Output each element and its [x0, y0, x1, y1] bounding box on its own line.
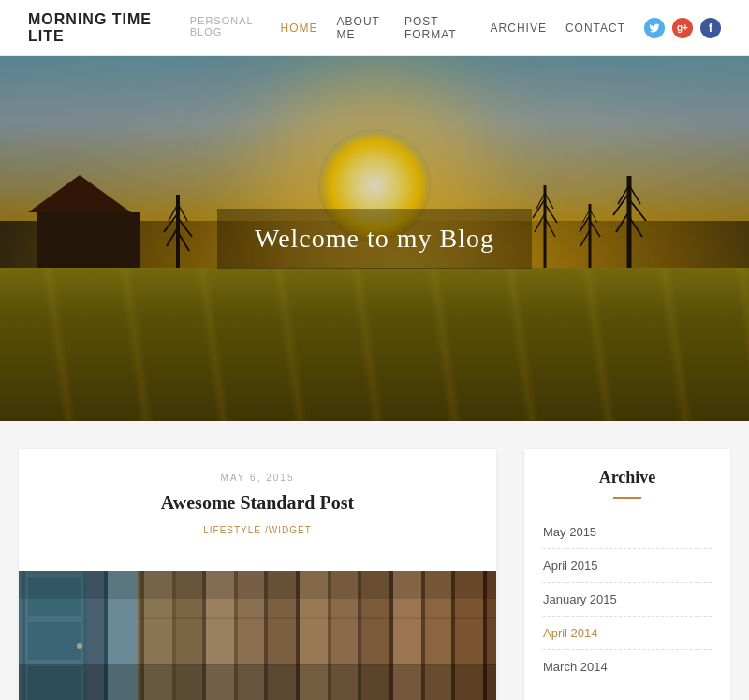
- archive-item[interactable]: April 2014: [543, 617, 712, 650]
- archive-link-may2015[interactable]: May 2015: [543, 525, 596, 539]
- post-date: MAY 6, 2015: [37, 473, 477, 483]
- archive-title: Archive: [543, 468, 712, 488]
- archive-item[interactable]: May 2015: [543, 516, 712, 549]
- archive-link-jan2015[interactable]: January 2015: [543, 592, 617, 606]
- main-content: MAY 6, 2015 Awesome Standard Post LIFEST…: [0, 421, 749, 700]
- svg-rect-66: [19, 571, 496, 599]
- site-tagline: PERSONAL BLOG: [190, 15, 281, 37]
- archive-item[interactable]: April 2015: [543, 549, 712, 583]
- post-title[interactable]: Awesome Standard Post: [37, 492, 477, 514]
- post-tag-lifestyle[interactable]: LIFESTYLE: [203, 525, 261, 535]
- main-nav: HOME ABOUT ME POST FORMAT ARCHIVE CONTAC…: [281, 15, 625, 41]
- archive-list: May 2015 April 2015 January 2015 April 2…: [543, 516, 712, 683]
- svg-rect-63: [28, 622, 81, 660]
- archive-widget: Archive May 2015 April 2015 January 2015…: [524, 449, 730, 700]
- post-tag-widget[interactable]: /WIDGET: [265, 525, 312, 535]
- archive-link-mar2014[interactable]: March 2014: [543, 660, 608, 674]
- nav-about[interactable]: ABOUT ME: [337, 15, 386, 41]
- nav-contact[interactable]: CONTACT: [565, 22, 625, 35]
- svg-rect-67: [19, 664, 496, 700]
- hero-section: Welcome to my Blog: [0, 56, 749, 421]
- archive-item[interactable]: March 2014: [543, 650, 712, 683]
- header-left: MORNING TIME LITE PERSONAL BLOG: [28, 11, 281, 45]
- hero-title: Welcome to my Blog: [255, 224, 494, 254]
- nav-post-format[interactable]: POST FORMAT: [404, 15, 472, 41]
- nav-home[interactable]: HOME: [281, 22, 318, 35]
- archive-item[interactable]: January 2015: [543, 583, 712, 617]
- svg-point-65: [77, 643, 82, 649]
- site-header: MORNING TIME LITE PERSONAL BLOG HOME ABO…: [0, 0, 749, 56]
- nav-archive[interactable]: ARCHIVE: [491, 22, 547, 35]
- hero-title-wrapper: Welcome to my Blog: [217, 209, 532, 269]
- google-plus-icon[interactable]: g+: [672, 18, 693, 38]
- header-right: HOME ABOUT ME POST FORMAT ARCHIVE CONTAC…: [281, 15, 721, 41]
- social-icons: g+ f: [644, 18, 721, 38]
- archive-link-apr2015[interactable]: April 2015: [543, 559, 598, 573]
- post-inner: MAY 6, 2015 Awesome Standard Post LIFEST…: [19, 449, 496, 571]
- archive-title-underline: [613, 497, 641, 499]
- site-title: MORNING TIME LITE: [28, 11, 179, 45]
- post-image[interactable]: [19, 571, 496, 700]
- archive-link-apr2014[interactable]: April 2014: [543, 626, 598, 640]
- twitter-icon[interactable]: [644, 18, 665, 38]
- post-card: MAY 6, 2015 Awesome Standard Post LIFEST…: [19, 449, 496, 700]
- facebook-icon[interactable]: f: [700, 18, 721, 38]
- post-tags: LIFESTYLE /WIDGET: [37, 525, 477, 535]
- sidebar: Archive May 2015 April 2015 January 2015…: [524, 449, 730, 700]
